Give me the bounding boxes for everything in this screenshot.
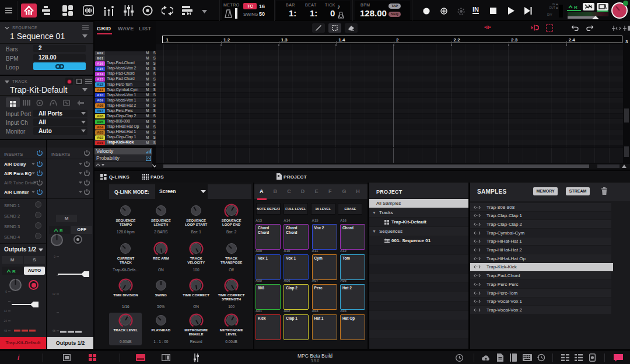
svg-text:24: 24 [4, 319, 7, 323]
svg-text:R: R [12, 269, 16, 274]
svg-text:0: 0 [54, 255, 55, 258]
svg-text:48: 48 [52, 329, 55, 332]
svg-text:R: R [60, 228, 63, 233]
svg-text:R: R [574, 5, 578, 10]
svg-text:48: 48 [4, 329, 7, 332]
svg-text:12: 12 [52, 292, 55, 296]
svg-text:12: 12 [4, 309, 7, 313]
svg-text:0: 0 [5, 290, 7, 293]
